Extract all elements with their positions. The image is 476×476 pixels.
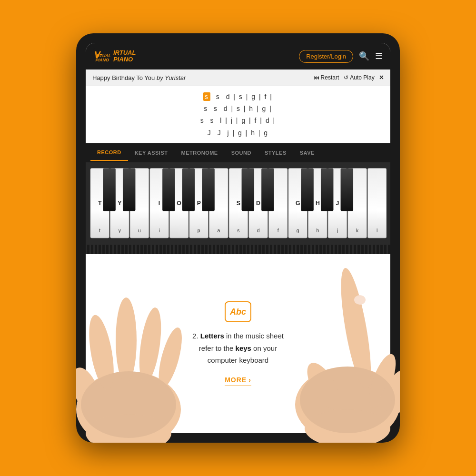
restart-button[interactable]: ⏮ Restart bbox=[314, 74, 339, 81]
logo-icon: IRTUAL PIANO V bbox=[93, 48, 110, 65]
menu-icon[interactable]: ☰ bbox=[375, 51, 383, 61]
svg-text:h: h bbox=[316, 228, 319, 233]
search-icon[interactable]: 🔍 bbox=[359, 51, 369, 61]
svg-rect-51 bbox=[321, 168, 333, 211]
song-author: by Yuristar bbox=[157, 74, 186, 81]
logo-area: IRTUAL PIANO V IRTUAL PIANO bbox=[93, 48, 136, 65]
autoplay-button[interactable]: ↺ Auto Play bbox=[344, 74, 374, 81]
svg-text:S: S bbox=[237, 200, 240, 207]
tab-save[interactable]: SAVE bbox=[293, 145, 321, 160]
tab-key-assist[interactable]: KEY ASSIST bbox=[128, 145, 175, 160]
svg-text:P: P bbox=[197, 200, 201, 207]
info-keys: keys bbox=[236, 344, 251, 352]
svg-rect-43 bbox=[103, 168, 115, 211]
info-desc-2: refer to the bbox=[199, 344, 236, 352]
svg-text:O: O bbox=[177, 200, 181, 207]
song-title: Happy Birthday To You by Yuristar bbox=[92, 74, 186, 81]
svg-text:I: I bbox=[159, 200, 160, 207]
svg-text:V: V bbox=[94, 50, 101, 60]
svg-rect-45 bbox=[162, 168, 175, 211]
svg-text:i: i bbox=[159, 228, 159, 233]
tablet-frame: IRTUAL PIANO V IRTUAL PIANO Register/Log… bbox=[76, 33, 400, 443]
register-login-button[interactable]: Register/Login bbox=[299, 50, 353, 63]
svg-text:f: f bbox=[278, 228, 279, 233]
tab-styles[interactable]: STYLES bbox=[258, 145, 293, 160]
svg-text:p: p bbox=[198, 228, 200, 233]
header: IRTUAL PIANO V IRTUAL PIANO Register/Log… bbox=[86, 43, 390, 69]
svg-text:d: d bbox=[257, 228, 260, 233]
sheet-line-1: s s d | s | g | f | bbox=[86, 91, 390, 103]
song-bar: Happy Birthday To You by Yuristar ⏮ Rest… bbox=[86, 69, 390, 86]
svg-text:k: k bbox=[356, 228, 359, 233]
svg-text:t: t bbox=[99, 228, 100, 233]
svg-text:y: y bbox=[119, 228, 121, 233]
svg-rect-49 bbox=[261, 168, 274, 211]
svg-text:Y: Y bbox=[118, 200, 121, 207]
sheet-line-3: s s l | j | g | f | d | bbox=[86, 115, 390, 127]
info-area: Abc 2. Letters in the music sheet refer … bbox=[86, 254, 390, 433]
svg-text:T: T bbox=[98, 200, 102, 207]
svg-text:u: u bbox=[138, 228, 141, 233]
svg-text:l: l bbox=[377, 228, 377, 233]
info-desc-4: computer keyboard bbox=[208, 356, 268, 364]
svg-rect-48 bbox=[242, 168, 254, 211]
toolbar: RECORD KEY ASSIST METRONOME SOUND STYLES… bbox=[86, 143, 390, 162]
sheet-line-4: J J j | g | h | g bbox=[86, 127, 390, 139]
tab-metronome[interactable]: METRONOME bbox=[174, 145, 224, 160]
tablet-screen: IRTUAL PIANO V IRTUAL PIANO Register/Log… bbox=[86, 43, 390, 433]
svg-text:s: s bbox=[237, 228, 239, 233]
logo-text: IRTUAL PIANO bbox=[113, 50, 136, 63]
piano-bottom bbox=[86, 245, 390, 254]
svg-rect-47 bbox=[202, 168, 214, 211]
svg-text:J: J bbox=[336, 200, 339, 207]
sheet-line-2: s s d | s | h | g | bbox=[86, 103, 390, 115]
close-button[interactable]: × bbox=[379, 73, 384, 82]
svg-text:g: g bbox=[297, 228, 299, 233]
piano-keyboard[interactable]: T Y I O P S D G H J t y u i p a bbox=[89, 166, 387, 245]
svg-text:j: j bbox=[337, 228, 338, 233]
tab-record[interactable]: RECORD bbox=[90, 145, 128, 161]
svg-text:D: D bbox=[256, 200, 260, 207]
svg-rect-52 bbox=[341, 168, 353, 211]
song-controls: ⏮ Restart ↺ Auto Play × bbox=[314, 73, 384, 82]
highlighted-note: s bbox=[203, 92, 210, 101]
abc-icon-text: Abc bbox=[230, 307, 246, 317]
svg-rect-50 bbox=[301, 168, 313, 211]
info-desc-3: on your bbox=[251, 344, 277, 352]
svg-text:G: G bbox=[296, 200, 300, 207]
more-button[interactable]: MORE › bbox=[225, 376, 251, 386]
svg-rect-44 bbox=[123, 168, 135, 211]
tab-sound[interactable]: SOUND bbox=[225, 145, 258, 160]
svg-text:H: H bbox=[316, 200, 320, 207]
piano-area: T Y I O P S D G H J t y u i p a bbox=[86, 162, 390, 254]
svg-text:a: a bbox=[217, 228, 220, 233]
info-text: 2. Letters in the music sheet refer to t… bbox=[192, 330, 284, 367]
svg-rect-46 bbox=[182, 168, 195, 211]
header-right: Register/Login 🔍 ☰ bbox=[299, 50, 383, 63]
info-letters: Letters bbox=[200, 332, 224, 340]
info-desc-1: in the music sheet bbox=[224, 332, 284, 340]
abc-icon-box: Abc bbox=[225, 301, 251, 322]
sheet-area: s s d | s | g | f | s s d | s | h | g | … bbox=[86, 86, 390, 143]
info-number: 2. bbox=[192, 332, 200, 340]
